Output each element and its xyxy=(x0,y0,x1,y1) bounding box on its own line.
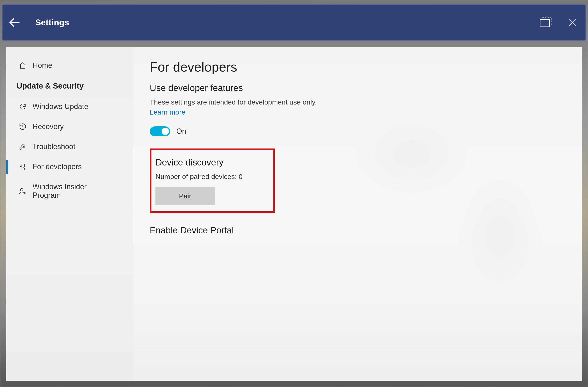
arrow-left-icon xyxy=(8,15,22,30)
close-button[interactable] xyxy=(559,4,586,40)
content-pane: For developers Use developer features Th… xyxy=(133,47,582,381)
follow-me-button[interactable] xyxy=(532,4,559,40)
toggle-label: On xyxy=(176,127,186,135)
person-icon xyxy=(19,187,27,195)
svg-rect-1 xyxy=(540,19,549,27)
device-discovery-heading: Device discovery xyxy=(155,157,269,168)
svg-point-8 xyxy=(21,188,23,191)
svg-point-7 xyxy=(24,167,25,168)
sidebar-item-home[interactable]: Home xyxy=(6,56,133,76)
page-title: For developers xyxy=(150,59,565,75)
sidebar-item-windows-update[interactable]: Windows Update xyxy=(6,97,133,116)
sidebar-item-label: Windows Update xyxy=(33,102,88,111)
sidebar-item-for-developers[interactable]: For developers xyxy=(6,157,133,177)
learn-more-link[interactable]: Learn more xyxy=(150,108,185,116)
sidebar-item-recovery[interactable]: Recovery xyxy=(6,116,133,137)
sidebar-item-label: Recovery xyxy=(33,122,64,131)
svg-point-9 xyxy=(24,192,25,194)
paired-devices-text: Number of paired devices: 0 xyxy=(155,173,269,181)
sidebar: Home Update & Security Windows Update Re… xyxy=(6,47,133,381)
back-button[interactable] xyxy=(2,4,27,40)
titlebar: Settings xyxy=(2,4,586,41)
window-title: Settings xyxy=(35,18,69,27)
sync-icon xyxy=(19,103,27,111)
pair-button[interactable]: Pair xyxy=(155,187,215,205)
settings-window: Home Update & Security Windows Update Re… xyxy=(6,47,582,381)
home-icon xyxy=(19,61,27,69)
sidebar-section-header: Update & Security xyxy=(6,76,133,97)
slate-icon xyxy=(539,17,552,28)
device-discovery-highlight: Device discovery Number of paired device… xyxy=(150,149,275,213)
sidebar-item-troubleshoot[interactable]: Troubleshoot xyxy=(6,137,133,157)
sidebar-item-label: Troubleshoot xyxy=(33,142,75,151)
dev-features-body: These settings are intended for developm… xyxy=(150,98,565,106)
dev-features-heading: Use developer features xyxy=(150,83,565,93)
wrench-icon xyxy=(19,143,27,151)
dev-features-toggle-row: On xyxy=(150,126,565,136)
close-icon xyxy=(567,18,577,27)
tools-icon xyxy=(19,163,27,171)
enable-device-portal-heading: Enable Device Portal xyxy=(150,225,565,235)
svg-point-6 xyxy=(21,166,22,167)
sidebar-item-windows-insider[interactable]: Windows Insider Program xyxy=(6,177,133,205)
sidebar-item-label: Home xyxy=(33,61,52,70)
sidebar-item-label: For developers xyxy=(33,162,82,171)
dev-features-toggle[interactable] xyxy=(150,126,170,136)
history-icon xyxy=(19,123,27,131)
sidebar-item-label: Windows Insider Program xyxy=(33,182,106,200)
